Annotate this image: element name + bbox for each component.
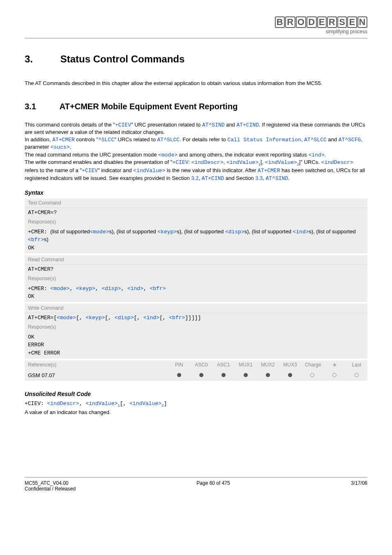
footer-doc-id: MC55_ATC_V04.00: [25, 480, 76, 486]
brand-tagline: simplifying process: [275, 29, 367, 35]
urc-heading: Unsolicited Result Code: [25, 391, 367, 397]
read-response: +CMER: <mode>, <keyp>, <disp>, <ind>, <b…: [25, 283, 367, 302]
brand-logo: BRODERSEN: [275, 16, 367, 28]
filled-dot-icon: [221, 373, 226, 377]
link-sind[interactable]: AT^SIND: [202, 122, 225, 128]
test-response-label: Response(s): [25, 217, 367, 226]
link-indvalue[interactable]: <indValue>: [226, 159, 258, 166]
link-cmer[interactable]: AT+CMER: [52, 137, 75, 143]
page-footer: MC55_ATC_V04.00 Confidential / Released …: [25, 477, 367, 492]
filled-dot-icon: [288, 373, 292, 377]
link-call-status[interactable]: Call Status Information: [227, 137, 301, 143]
filled-dot-icon: [244, 373, 248, 377]
link-scfg[interactable]: AT^SCFG: [339, 137, 361, 143]
footer-page: Page 60 of 475: [196, 480, 230, 492]
footer-confidential: Confidential / Released: [25, 486, 76, 492]
link-ind[interactable]: <ind>: [309, 152, 325, 158]
empty-dot-icon: [355, 373, 359, 377]
link-inddescr[interactable]: <indDescr>: [191, 159, 224, 166]
link-cind[interactable]: AT+CIND: [236, 122, 259, 128]
link-slcc-urc[interactable]: ^SLCC: [98, 137, 114, 143]
chapter-title: Status Control Commands: [60, 53, 185, 64]
chapter-heading: 3. Status Control Commands: [25, 53, 367, 65]
test-command-block: Test Command AT+CMER=? Response(s) +CMER…: [25, 198, 367, 253]
reference-value: GSM 07.07: [28, 372, 172, 378]
filled-dot-icon: [199, 373, 203, 377]
filled-dot-icon: [266, 373, 270, 377]
header-divider: [25, 38, 367, 39]
dot-pin: [172, 372, 187, 378]
write-response-label: Response(s): [25, 322, 367, 332]
link-section-3-2[interactable]: 3.2: [191, 175, 198, 181]
write-command: AT+CMER=[<mode>[, <keyp>[, <disp>[, <ind…: [25, 313, 367, 322]
empty-dot-icon: [332, 373, 337, 377]
test-response: +CMER: (list of supported<mode>s), (list…: [25, 226, 367, 253]
reference-value-row: GSM 07.07: [25, 370, 367, 381]
link-mode[interactable]: <mode>: [158, 152, 178, 158]
dot-asc1: [216, 372, 231, 378]
dot-mux3: [283, 372, 297, 378]
col-pin: PIN: [172, 362, 187, 368]
chapter-number: 3.: [25, 53, 58, 65]
link-ciev[interactable]: +CIEV: [115, 122, 131, 128]
col-mux1: MUX1: [238, 362, 253, 368]
dot-charge: [305, 372, 320, 378]
section-number: 3.1: [25, 102, 58, 111]
read-command: AT+CMER?: [25, 265, 367, 274]
col-last: Last: [349, 362, 364, 368]
link-slcc-2[interactable]: AT^SLCC: [304, 137, 327, 143]
link-slcc[interactable]: AT^SLCC: [157, 137, 180, 143]
section-title: AT+CMER Mobile Equipment Event Reporting: [60, 102, 238, 111]
dot-mux2: [261, 372, 275, 378]
urc-code: +CIEV: <indDescr>, <indValue>1[, <indVal…: [25, 401, 367, 408]
write-response: OK ERROR +CME ERROR: [25, 332, 367, 359]
dot-last: [349, 372, 364, 378]
link-sucs[interactable]: <sucs>: [51, 144, 70, 150]
col-asc0: ASC0: [194, 362, 209, 368]
write-command-label: Write Command: [25, 304, 367, 313]
empty-dot-icon: [310, 373, 314, 377]
col-asc1: ASC1: [216, 362, 231, 368]
col-charge: Charge: [305, 362, 320, 368]
test-command: AT+CMER=?: [25, 208, 367, 217]
page-header: BRODERSEN simplifying process: [25, 16, 367, 35]
reference-label: Reference(s): [28, 362, 172, 368]
logo-block: BRODERSEN simplifying process: [275, 16, 367, 35]
reference-header-row: Reference(s) PIN ASC0 ASC1 MUX1 MUX2 MUX…: [25, 360, 367, 370]
read-command-block: Read Command AT+CMER? Response(s) +CMER:…: [25, 255, 367, 302]
section-heading: 3.1 AT+CMER Mobile Equipment Event Repor…: [25, 102, 367, 111]
read-command-label: Read Command: [25, 255, 367, 265]
chapter-intro: The AT Commands described in this chapte…: [25, 80, 367, 87]
test-command-label: Test Command: [25, 198, 367, 208]
airplane-icon: ✈: [332, 362, 337, 368]
write-command-block: Write Command AT+CMER=[<mode>[, <keyp>[,…: [25, 304, 367, 359]
urc-description: A value of an indicator has changed.: [25, 409, 367, 415]
dot-mux1: [238, 372, 253, 378]
link-section-3-3[interactable]: 3.3: [255, 175, 263, 181]
read-response-label: Response(s): [25, 274, 367, 283]
dot-airplane: [327, 372, 342, 378]
filled-dot-icon: [177, 373, 181, 377]
footer-date: 3/17/06: [351, 480, 367, 492]
body-paragraph: This command controls details of the "+C…: [25, 121, 367, 182]
dot-asc0: [194, 372, 209, 378]
col-airplane: ✈: [327, 362, 342, 368]
col-mux3: MUX3: [283, 362, 297, 368]
syntax-heading: Syntax: [25, 189, 367, 196]
col-mux2: MUX2: [261, 362, 275, 368]
